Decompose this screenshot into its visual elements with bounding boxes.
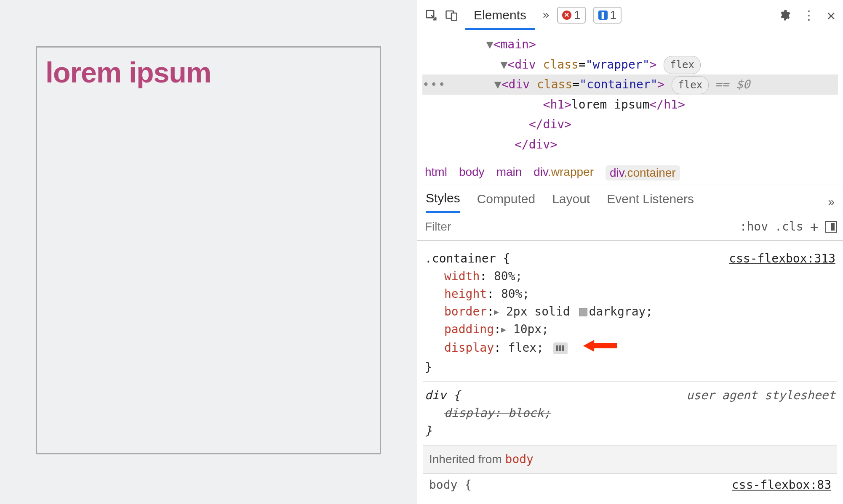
dom-breadcrumbs: html body main div.wrapper div.container — [417, 161, 843, 185]
more-tabs-icon[interactable]: » — [542, 8, 550, 22]
flex-badge[interactable]: flex — [672, 76, 709, 94]
rule-close-brace: } — [425, 358, 835, 376]
issues-count: 1 — [610, 8, 617, 22]
inspect-icon[interactable] — [425, 9, 438, 21]
color-swatch[interactable] — [579, 308, 587, 316]
inherited-label: Inherited from — [429, 453, 505, 466]
decl-display-overridden[interactable]: display: block; — [425, 404, 835, 422]
crumb-wrapper[interactable]: div.wrapper — [534, 165, 594, 180]
errors-count: 1 — [574, 8, 581, 22]
decl-display[interactable]: display: flex; — [425, 338, 835, 358]
issue-icon: ❚ — [598, 11, 608, 20]
decl-height[interactable]: height: 80%; — [425, 285, 835, 303]
crumb-container[interactable]: div.container — [606, 165, 680, 180]
more-subtabs-icon[interactable]: » — [828, 195, 835, 209]
dom-node-h1[interactable]: <h1>lorem ipsum</h1> — [422, 95, 838, 115]
dom-close-container[interactable]: </div> — [422, 114, 838, 135]
decl-border[interactable]: border: ▶ 2px solid darkgray; — [425, 303, 835, 321]
crumb-main[interactable]: main — [496, 165, 522, 180]
styles-filter-row: :hov .cls + — [417, 213, 843, 241]
errors-badge[interactable]: ✕ 1 — [557, 7, 586, 24]
settings-icon[interactable] — [778, 9, 791, 21]
css-rule-div-ua[interactable]: user agent stylesheet div { display: blo… — [423, 382, 837, 445]
hov-toggle[interactable]: :hov — [740, 220, 768, 233]
decl-padding[interactable]: padding: ▶ 10px; — [425, 321, 835, 338]
dom-node-container[interactable]: ••• ▼<div class="container"> flex== $0 — [422, 74, 838, 95]
decl-width[interactable]: width: 80%; — [425, 268, 835, 285]
svg-marker-3 — [583, 340, 617, 352]
inherited-element[interactable]: body — [505, 452, 534, 466]
inherited-from-header: Inherited from body — [423, 445, 837, 474]
toggle-computed-sidebar-icon[interactable] — [825, 221, 837, 233]
expand-shorthand-icon[interactable]: ▶ — [494, 305, 499, 318]
selected-indicator: == $0 — [715, 77, 750, 91]
tab-styles[interactable]: Styles — [426, 191, 460, 213]
flexbox-editor-icon[interactable] — [553, 342, 568, 354]
dom-node-main[interactable]: ▼<main> — [422, 34, 838, 55]
close-icon[interactable]: ✕ — [827, 7, 835, 24]
rule-close-brace: } — [425, 422, 835, 440]
demo-container: lorem ipsum — [36, 46, 381, 454]
line-actions-icon[interactable]: ••• — [422, 74, 438, 95]
new-style-rule-button[interactable]: + — [810, 220, 819, 234]
rule-source-link[interactable]: css-flexbox:83 — [732, 476, 831, 494]
devtools-panel: Elements » ✕ 1 ❚ 1 ⋮ ✕ ▼<main> — [417, 0, 843, 504]
dom-tree[interactable]: ▼<main> ▼<div class="wrapper"> flex ••• … — [417, 30, 843, 161]
dom-close-wrapper[interactable]: </div> — [422, 135, 838, 155]
rule-source-link[interactable]: css-flexbox:313 — [729, 250, 835, 268]
annotation-arrow-icon — [583, 338, 617, 358]
styles-panel: css-flexbox:313 .container { width: 80%;… — [417, 241, 843, 504]
rule-selector[interactable]: body { — [429, 476, 472, 494]
dom-node-wrapper[interactable]: ▼<div class="wrapper"> flex — [422, 55, 838, 75]
demo-heading: lorem ipsum — [45, 56, 371, 89]
error-icon: ✕ — [562, 11, 571, 20]
devtools-toolbar: Elements » ✕ 1 ❚ 1 ⋮ ✕ — [417, 0, 843, 30]
rendered-page: lorem ipsum — [0, 0, 417, 504]
styles-filter-input[interactable] — [417, 213, 740, 240]
tab-elements[interactable]: Elements — [465, 0, 535, 30]
css-rule-container[interactable]: css-flexbox:313 .container { width: 80%;… — [423, 245, 837, 382]
tab-layout[interactable]: Layout — [552, 192, 590, 212]
issues-badge[interactable]: ❚ 1 — [593, 7, 622, 24]
svg-rect-2 — [451, 13, 457, 21]
styles-subtabs: Styles Computed Layout Event Listeners » — [417, 185, 843, 213]
cls-toggle[interactable]: .cls — [775, 220, 803, 233]
device-toggle-icon[interactable] — [445, 9, 458, 21]
kebab-menu-icon[interactable]: ⋮ — [803, 8, 815, 22]
crumb-body[interactable]: body — [459, 165, 485, 180]
crumb-html[interactable]: html — [425, 165, 447, 180]
css-rule-body-peek[interactable]: body { css-flexbox:83 — [423, 474, 837, 496]
flex-badge[interactable]: flex — [664, 56, 701, 74]
tab-event-listeners[interactable]: Event Listeners — [607, 192, 694, 212]
expand-shorthand-icon[interactable]: ▶ — [501, 323, 506, 336]
tab-computed[interactable]: Computed — [477, 192, 535, 212]
rule-source-ua: user agent stylesheet — [686, 387, 835, 404]
